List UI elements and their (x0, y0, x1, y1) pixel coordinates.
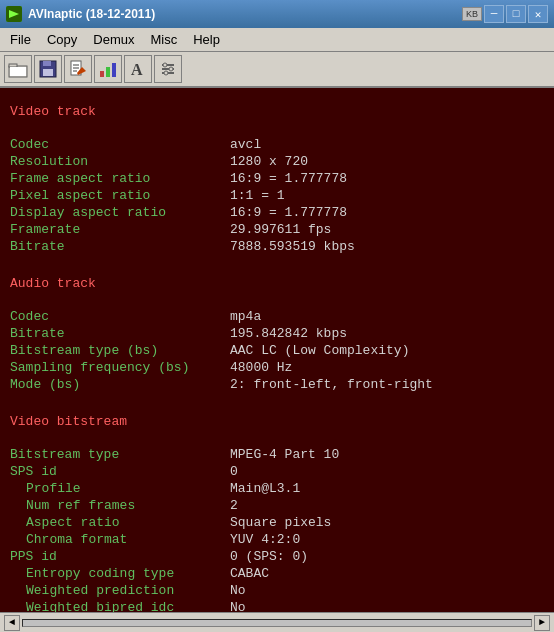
audio-codec-value: mp4a (230, 309, 261, 324)
close-button[interactable]: ✕ (528, 5, 548, 23)
toolbar: A (0, 52, 554, 88)
app-icon (6, 6, 22, 22)
menu-demux[interactable]: Demux (85, 30, 142, 49)
audio-codec-label: Codec (10, 309, 230, 324)
display-aspect-ratio-label: Display aspect ratio (10, 205, 230, 220)
minimize-button[interactable]: ─ (484, 5, 504, 23)
sps-id-value: 0 (230, 464, 238, 479)
framerate-label: Framerate (10, 222, 230, 237)
menu-copy[interactable]: Copy (39, 30, 85, 49)
scroll-right-button[interactable]: ► (534, 615, 550, 631)
window-title: AVInaptic (18-12-2011) (28, 7, 155, 21)
svg-rect-4 (10, 67, 26, 76)
svg-rect-7 (43, 69, 53, 76)
bitstream-type-bs-row: Bitstream type (bs) AAC LC (Low Complexi… (10, 343, 544, 358)
entropy-coding-value: CABAC (230, 566, 269, 581)
aspect-ratio-label: Aspect ratio (10, 515, 230, 530)
audio-codec-row: Codec mp4a (10, 309, 544, 324)
video-bitstream-header: Video bitstream (10, 414, 544, 429)
chroma-format-row: Chroma format YUV 4:2:0 (10, 532, 544, 547)
aspect-ratio-value: Square pixels (230, 515, 331, 530)
weighted-prediction-label: Weighted prediction (10, 583, 230, 598)
frame-aspect-ratio-row: Frame aspect ratio 16:9 = 1.777778 (10, 171, 544, 186)
text-button[interactable]: A (124, 55, 152, 83)
menu-misc[interactable]: Misc (143, 30, 186, 49)
pixel-aspect-ratio-label: Pixel aspect ratio (10, 188, 230, 203)
weighted-bipred-row: Weighted bipred idc No (10, 600, 544, 612)
pps-id-row: PPS id 0 (SPS: 0) (10, 549, 544, 564)
aspect-ratio-row: Aspect ratio Square pixels (10, 515, 544, 530)
audio-bitrate-row: Bitrate 195.842842 kbps (10, 326, 544, 341)
chart-button[interactable] (94, 55, 122, 83)
sampling-freq-label: Sampling frequency (bs) (10, 360, 230, 375)
bitstream-type-value: MPEG-4 Part 10 (230, 447, 339, 462)
video-track-header: Video track (10, 104, 544, 119)
maximize-button[interactable]: □ (506, 5, 526, 23)
svg-text:A: A (131, 61, 143, 78)
video-bitrate-row: Bitrate 7888.593519 kbps (10, 239, 544, 254)
kb-badge: KB (462, 7, 482, 21)
titlebar-controls: KB ─ □ ✕ (462, 5, 548, 23)
settings-button[interactable] (154, 55, 182, 83)
open-button[interactable] (4, 55, 32, 83)
mode-bs-value: 2: front-left, front-right (230, 377, 433, 392)
titlebar: AVInaptic (18-12-2011) KB ─ □ ✕ (0, 0, 554, 28)
svg-point-21 (169, 67, 173, 71)
scroll-left-button[interactable]: ◄ (4, 615, 20, 631)
save-button[interactable] (34, 55, 62, 83)
profile-label: Profile (10, 481, 230, 496)
frame-aspect-ratio-label: Frame aspect ratio (10, 171, 230, 186)
sps-id-row: SPS id 0 (10, 464, 544, 479)
audio-bitrate-value: 195.842842 kbps (230, 326, 347, 341)
sampling-freq-value: 48000 Hz (230, 360, 292, 375)
num-ref-frames-value: 2 (230, 498, 238, 513)
weighted-prediction-row: Weighted prediction No (10, 583, 544, 598)
video-resolution-value: 1280 x 720 (230, 154, 308, 169)
sampling-freq-row: Sampling frequency (bs) 48000 Hz (10, 360, 544, 375)
pps-id-label: PPS id (10, 549, 230, 564)
framerate-row: Framerate 29.997611 fps (10, 222, 544, 237)
audio-track-header: Audio track (10, 276, 544, 291)
chroma-format-value: YUV 4:2:0 (230, 532, 300, 547)
weighted-prediction-value: No (230, 583, 246, 598)
entropy-coding-row: Entropy coding type CABAC (10, 566, 544, 581)
titlebar-left: AVInaptic (18-12-2011) (6, 6, 155, 22)
svg-rect-3 (9, 64, 17, 67)
chroma-format-label: Chroma format (10, 532, 230, 547)
svg-point-20 (163, 63, 167, 67)
bitstream-type-row: Bitstream type MPEG-4 Part 10 (10, 447, 544, 462)
profile-value: Main@L3.1 (230, 481, 300, 496)
video-codec-value: avcl (230, 137, 261, 152)
video-bitrate-label: Bitrate (10, 239, 230, 254)
profile-row: Profile Main@L3.1 (10, 481, 544, 496)
num-ref-frames-row: Num ref frames 2 (10, 498, 544, 513)
num-ref-frames-label: Num ref frames (10, 498, 230, 513)
horizontal-scrollbar[interactable] (22, 619, 532, 627)
entropy-coding-label: Entropy coding type (10, 566, 230, 581)
svg-point-22 (164, 71, 168, 75)
svg-rect-13 (100, 71, 104, 77)
statusbar: ◄ ► (0, 612, 554, 632)
pixel-aspect-ratio-row: Pixel aspect ratio 1:1 = 1 (10, 188, 544, 203)
framerate-value: 29.997611 fps (230, 222, 331, 237)
menubar: File Copy Demux Misc Help (0, 28, 554, 52)
mode-bs-row: Mode (bs) 2: front-left, front-right (10, 377, 544, 392)
main-content[interactable]: Video track Codec avcl Resolution 1280 x… (0, 88, 554, 612)
sps-id-label: SPS id (10, 464, 230, 479)
bitstream-type-bs-label: Bitstream type (bs) (10, 343, 230, 358)
video-codec-row: Codec avcl (10, 137, 544, 152)
mode-bs-label: Mode (bs) (10, 377, 230, 392)
audio-bitrate-label: Bitrate (10, 326, 230, 341)
bitstream-type-bs-value: AAC LC (Low Complexity) (230, 343, 409, 358)
menu-help[interactable]: Help (185, 30, 228, 49)
pps-id-value: 0 (SPS: 0) (230, 549, 308, 564)
menu-file[interactable]: File (2, 30, 39, 49)
video-bitrate-value: 7888.593519 kbps (230, 239, 355, 254)
weighted-bipred-label: Weighted bipred idc (10, 600, 230, 612)
bitstream-type-label: Bitstream type (10, 447, 230, 462)
pixel-aspect-ratio-value: 1:1 = 1 (230, 188, 285, 203)
video-codec-label: Codec (10, 137, 230, 152)
edit-button[interactable] (64, 55, 92, 83)
video-resolution-row: Resolution 1280 x 720 (10, 154, 544, 169)
weighted-bipred-value: No (230, 600, 246, 612)
